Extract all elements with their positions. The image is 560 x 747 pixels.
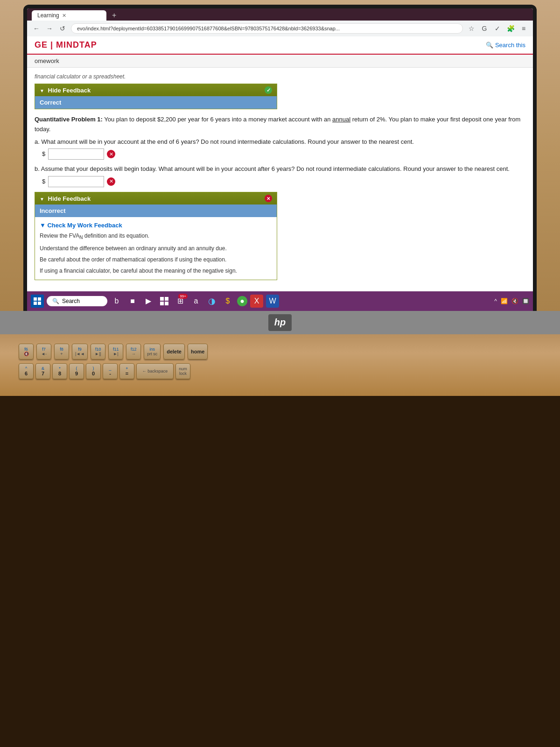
feedback-hide-2-label: Hide Feedback xyxy=(48,195,91,202)
windows-start-button[interactable] xyxy=(31,295,44,308)
key-7[interactable]: & 7 xyxy=(35,363,50,379)
key-0[interactable]: ) 0 xyxy=(86,363,101,379)
check-work-link[interactable]: ▼ Check My Work Feedback xyxy=(40,222,122,229)
taskbar-edge-icon[interactable]: ◑ xyxy=(205,295,218,308)
hp-logo-area: hp xyxy=(0,311,560,334)
svg-rect-3 xyxy=(38,302,41,305)
taskbar-badge: 99+ xyxy=(178,294,188,299)
tab-close-icon[interactable]: ✕ xyxy=(62,13,66,19)
taskbar-search-box[interactable]: 🔍 Search xyxy=(47,296,107,306)
taskbar-media-icon[interactable]: ▶ xyxy=(142,295,155,308)
feedback-header-incorrect[interactable]: ▼ Hide Feedback ✕ xyxy=(35,192,277,204)
sub-nav-label: omework xyxy=(35,57,59,64)
hp-logo: hp xyxy=(268,314,292,331)
key-9[interactable]: ( 9 xyxy=(69,363,84,379)
key-f10[interactable]: f10 ►|| xyxy=(91,344,105,359)
problem-description: Quantitative Problem 1: You plan to depo… xyxy=(35,115,525,134)
feedback-check-icon: ✓ xyxy=(265,86,272,94)
breadcrumb: financial calculator or a spreadsheet. xyxy=(35,73,525,80)
svg-rect-0 xyxy=(34,297,37,301)
part-b-clear-button[interactable]: ✕ xyxy=(107,177,115,186)
url-text: evo/index.html?deploymentId=603385179016… xyxy=(77,26,340,31)
g-icon[interactable]: G xyxy=(480,24,489,33)
part-a-input-row: $ ✕ xyxy=(42,148,525,160)
taskbar-right: ^ 📶 🔇 🔲 xyxy=(494,298,529,304)
taskbar-files-icon[interactable]: ■ xyxy=(126,295,139,308)
part-a-clear-button[interactable]: ✕ xyxy=(107,150,115,158)
checkmark-icon[interactable]: ✓ xyxy=(493,24,502,33)
tab-label: Learning xyxy=(37,12,59,19)
key-numlock[interactable]: num lock xyxy=(175,363,190,379)
tip-3: Be careful about the order of mathematic… xyxy=(40,255,272,264)
key-backspace[interactable]: ← backspace xyxy=(136,363,174,379)
taskbar-x-icon[interactable]: X xyxy=(250,295,263,308)
taskbar-w-icon[interactable]: W xyxy=(266,295,279,308)
part-b-input[interactable] xyxy=(48,176,104,187)
feedback-correct-status: Correct xyxy=(35,96,277,109)
logo-ge: GE | xyxy=(35,40,56,49)
key-f8[interactable]: f8 + xyxy=(54,344,69,359)
part-a-label: a. What amount will be in your account a… xyxy=(35,137,525,147)
menu-icon[interactable]: ≡ xyxy=(519,24,528,33)
search-this-button[interactable]: 🔍 Search this xyxy=(486,42,525,49)
back-icon[interactable]: ← xyxy=(32,24,41,33)
taskbar-wifi-icon: 📶 xyxy=(501,298,508,304)
collapse-arrow-icon: ▼ xyxy=(40,88,44,93)
key-f12[interactable]: f12 → xyxy=(126,344,141,359)
feedback-box-correct: ▼ Hide Feedback ✓ Correct xyxy=(35,84,277,109)
bookmark-icon[interactable]: ☆ xyxy=(467,24,476,33)
keyboard-area: f6 🔇 f7 ◄- f8 + f9 |◄◄ f10 ►|| f11 ►| xyxy=(0,334,560,396)
app-logo: GE | MINDTAP xyxy=(35,40,97,50)
logo-mindtap: MINDTAP xyxy=(56,40,97,49)
tip-2: Understand the difference between an ord… xyxy=(40,244,272,253)
taskbar-b-icon[interactable]: b xyxy=(110,295,123,308)
problem-section: Quantitative Problem 1: You plan to depo… xyxy=(35,115,525,187)
taskbar-circle-icon[interactable]: ● xyxy=(237,296,247,306)
taskbar-a-icon[interactable]: a xyxy=(189,295,203,308)
key-f9[interactable]: f9 |◄◄ xyxy=(72,344,88,359)
feedback-header-correct[interactable]: ▼ Hide Feedback ✓ xyxy=(35,84,277,96)
key-f11[interactable]: f11 ►| xyxy=(108,344,123,359)
key-home[interactable]: home xyxy=(188,344,208,359)
sub-nav: omework xyxy=(27,55,533,68)
screen-inner: Learning ✕ + ← → ↺ evo/index.html?deploy… xyxy=(27,8,533,311)
svg-rect-6 xyxy=(160,302,164,305)
search-this-label: Search this xyxy=(495,42,525,49)
part-b-dollar: $ xyxy=(42,177,45,187)
key-minus[interactable]: _ - xyxy=(103,363,118,379)
taskbar-caret-icon: ^ xyxy=(494,298,497,304)
key-f7[interactable]: f7 ◄- xyxy=(36,344,51,359)
svg-rect-2 xyxy=(34,302,37,305)
key-f6[interactable]: f6 🔇 xyxy=(19,344,34,359)
key-delete[interactable]: delete xyxy=(163,344,185,359)
new-tab-icon[interactable]: + xyxy=(108,10,120,21)
address-bar[interactable]: evo/index.html?deploymentId=603385179016… xyxy=(71,23,463,34)
extension-icon[interactable]: 🧩 xyxy=(506,24,515,33)
app-header: GE | MINDTAP 🔍 Search this xyxy=(27,36,533,55)
browser-tab-learning[interactable]: Learning ✕ xyxy=(32,10,106,21)
feedback-hide-label: Hide Feedback xyxy=(48,87,91,94)
taskbar-dollar-icon[interactable]: $ xyxy=(221,295,234,308)
feedback-body: ▼ Check My Work Feedback Review the FVAN… xyxy=(35,217,277,279)
fn-key-row: f6 🔇 f7 ◄- f8 + f9 |◄◄ f10 ►|| f11 ►| xyxy=(19,344,541,359)
svg-rect-5 xyxy=(165,297,168,301)
key-prtsc[interactable]: ins prt sc xyxy=(144,344,161,359)
key-8[interactable]: * 8 xyxy=(52,363,67,379)
taskbar-battery-icon: 🔲 xyxy=(522,298,529,304)
feedback-incorrect-status: Incorrect xyxy=(35,204,277,217)
refresh-icon[interactable]: ↺ xyxy=(58,24,67,33)
main-content: financial calculator or a spreadsheet. ▼… xyxy=(27,68,533,291)
forward-icon[interactable]: → xyxy=(45,24,54,33)
feedback-close-button[interactable]: ✕ xyxy=(265,195,272,202)
svg-rect-7 xyxy=(165,302,168,305)
part-a-input[interactable] xyxy=(48,148,104,160)
taskbar: 🔍 Search b ■ ▶ ⊞ 99+ a ◑ $ ● X W xyxy=(27,291,533,311)
tab-bar: Learning ✕ + xyxy=(27,8,533,21)
tip-4: If using a financial calculator, be care… xyxy=(40,267,272,275)
key-6[interactable]: ^ 6 xyxy=(19,363,34,379)
taskbar-apps-icon[interactable] xyxy=(158,295,171,308)
collapse-arrow-2-icon: ▼ xyxy=(40,197,44,202)
key-equals[interactable]: + = xyxy=(119,363,134,379)
svg-rect-4 xyxy=(160,297,164,301)
part-a-dollar: $ xyxy=(42,149,45,159)
